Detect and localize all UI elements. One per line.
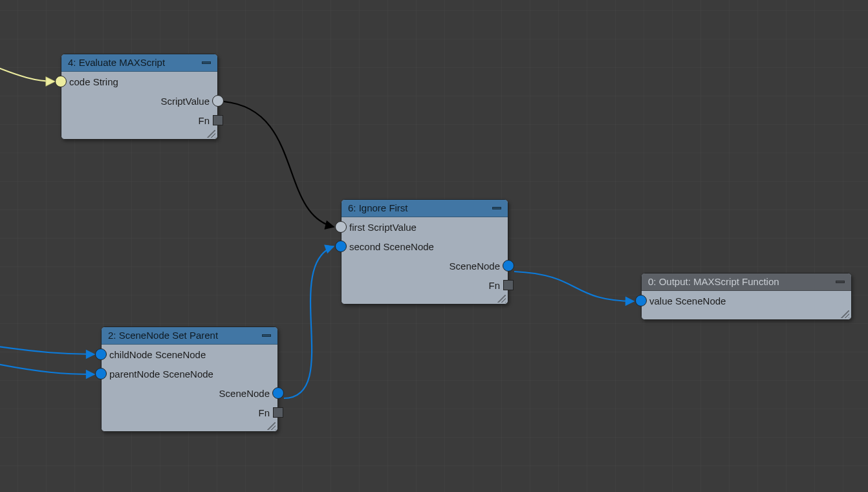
input-port-second[interactable]: second SceneNode: [342, 237, 508, 256]
port-icon[interactable]: [335, 221, 347, 233]
port-icon[interactable]: [503, 260, 514, 272]
node-footer: [342, 295, 508, 304]
port-label: Fn: [488, 280, 500, 291]
port-icon[interactable]: [95, 348, 107, 360]
input-port-code[interactable]: code String: [61, 72, 217, 91]
input-port-first[interactable]: first ScriptValue: [342, 217, 508, 237]
port-icon[interactable]: [212, 95, 224, 107]
output-port-fn[interactable]: Fn: [102, 403, 277, 422]
node-title[interactable]: 2: SceneNode Set Parent: [102, 327, 277, 345]
port-label: second SceneNode: [349, 241, 434, 252]
node-footer: [642, 310, 851, 319]
resize-grip-icon[interactable]: [204, 130, 215, 138]
port-icon[interactable]: [55, 76, 67, 87]
resize-grip-icon[interactable]: [494, 295, 506, 303]
node-0-output-maxscript-function[interactable]: 0: Output: MAXScript Function value Scen…: [641, 273, 852, 320]
output-port-scenenode[interactable]: SceneNode: [102, 383, 277, 403]
port-icon[interactable]: [95, 368, 107, 380]
input-port-value[interactable]: value SceneNode: [642, 291, 851, 310]
port-icon[interactable]: [273, 407, 283, 418]
port-label: SceneNode: [219, 388, 270, 399]
output-port-scriptvalue[interactable]: ScriptValue: [61, 91, 217, 111]
port-label: value SceneNode: [649, 295, 726, 306]
resize-grip-icon[interactable]: [838, 310, 849, 318]
node-title[interactable]: 4: Evaluate MAXScript: [61, 54, 217, 72]
port-label: parentNode SceneNode: [109, 369, 213, 380]
minimize-icon[interactable]: [202, 61, 211, 64]
port-icon[interactable]: [335, 241, 347, 252]
node-footer: [61, 130, 217, 139]
node-title[interactable]: 6: Ignore First: [342, 200, 508, 217]
output-port-fn[interactable]: Fn: [61, 111, 217, 130]
node-title-label: 2: SceneNode Set Parent: [108, 330, 218, 341]
port-icon[interactable]: [635, 295, 647, 306]
port-label: Fn: [258, 407, 270, 418]
port-icon[interactable]: [503, 280, 514, 290]
output-port-scenenode[interactable]: SceneNode: [342, 256, 508, 275]
node-title-label: 0: Output: MAXScript Function: [648, 276, 779, 287]
resize-grip-icon[interactable]: [264, 422, 276, 430]
node-title-label: 6: Ignore First: [348, 202, 408, 213]
port-label: SceneNode: [450, 261, 500, 272]
port-label: childNode SceneNode: [109, 349, 206, 360]
node-title-label: 4: Evaluate MAXScript: [68, 57, 165, 68]
port-icon[interactable]: [272, 387, 284, 399]
port-icon[interactable]: [213, 115, 223, 125]
port-label: ScriptValue: [160, 96, 210, 107]
node-2-scenenode-set-parent[interactable]: 2: SceneNode Set Parent childNode SceneN…: [101, 326, 278, 432]
port-label: Fn: [198, 115, 210, 126]
input-port-childnode[interactable]: childNode SceneNode: [102, 345, 277, 364]
port-label: first ScriptValue: [349, 222, 417, 233]
port-label: code String: [69, 76, 118, 87]
node-6-ignore-first[interactable]: 6: Ignore First first ScriptValue second…: [341, 199, 508, 305]
node-footer: [102, 422, 277, 431]
minimize-icon[interactable]: [492, 207, 501, 209]
minimize-icon[interactable]: [262, 334, 271, 337]
minimize-icon[interactable]: [836, 281, 845, 283]
output-port-fn[interactable]: Fn: [342, 275, 508, 295]
input-port-parentnode[interactable]: parentNode SceneNode: [102, 364, 277, 383]
node-4-evaluate-maxscript[interactable]: 4: Evaluate MAXScript code String Script…: [61, 54, 218, 140]
node-title[interactable]: 0: Output: MAXScript Function: [642, 273, 851, 291]
